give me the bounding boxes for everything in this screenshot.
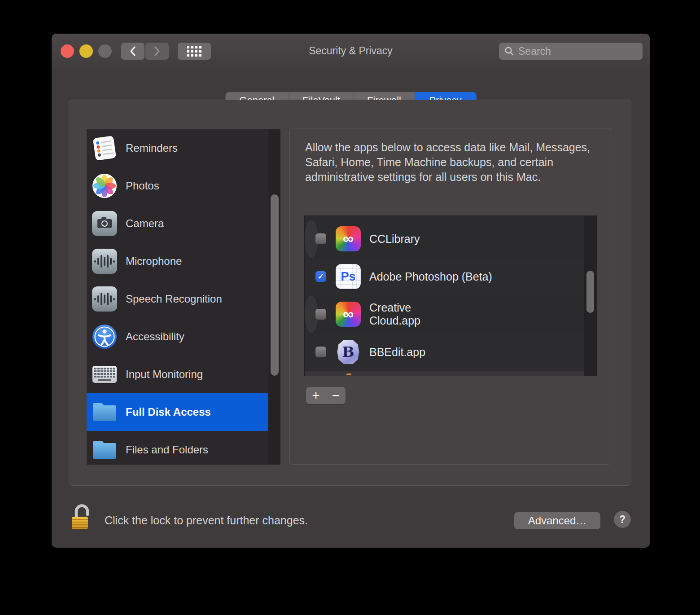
advanced-button[interactable]: Advanced… [514, 512, 600, 529]
sidebar-item-files-and-folders[interactable]: Files and Folders [87, 431, 268, 465]
sidebar-item-photos[interactable]: Photos [87, 167, 268, 205]
folder-icon [92, 437, 117, 462]
sidebar-item-camera[interactable]: Camera [87, 205, 268, 242]
speech-recognition-icon [92, 286, 117, 312]
app-list-scrollbar-thumb[interactable] [586, 271, 594, 313]
help-button[interactable]: ? [614, 511, 631, 528]
checkbox-creative-cloud[interactable] [315, 309, 326, 320]
sidebar-rows: Reminders [87, 129, 268, 465]
sidebar-item-label: Photos [126, 180, 159, 192]
checkbox-photoshop-beta[interactable]: ✓ [315, 271, 326, 282]
sidebar-item-label: Files and Folders [126, 444, 208, 456]
folder-icon [92, 400, 117, 425]
chevron-left-icon [129, 46, 136, 57]
bbedit-glyph: B [342, 343, 354, 360]
app-name: Creative Cloud.app [369, 301, 420, 327]
photoshop-icon: Ps [336, 264, 361, 289]
grid-icon [187, 46, 201, 57]
forward-button[interactable] [145, 43, 169, 60]
check-icon: ✓ [317, 272, 324, 281]
cc-logo-glyph: ∞ [343, 231, 354, 246]
sidebar-item-label: Accessibility [126, 330, 184, 343]
cc-logo-glyph: ∞ [343, 306, 354, 321]
creative-cloud-icon: ∞ [336, 226, 361, 251]
search-input[interactable]: Search [499, 43, 643, 60]
photos-icon [92, 173, 117, 198]
app-row-cclibrary: ∞ CCLibrary [305, 220, 318, 258]
full-disk-access-panel: Allow the apps below to access data like… [289, 128, 611, 465]
sidebar-item-label: Camera [126, 217, 164, 230]
app-row-creative-cloud: ∞ Creative Cloud.app [305, 295, 318, 333]
app-row-photoshop-beta: ✓ Ps Adobe Photoshop (Beta) [305, 258, 584, 295]
unlocked-padlock-icon [68, 502, 96, 532]
traffic-lights [61, 44, 112, 58]
checkbox-cclibrary[interactable] [315, 233, 326, 244]
creative-cloud-icon: ∞ [336, 302, 361, 327]
keyboard-icon [92, 362, 117, 387]
privacy-category-list: Reminders [87, 129, 280, 465]
sidebar-item-label: Reminders [126, 142, 178, 154]
search-icon [504, 46, 514, 56]
partial-app-icon [346, 373, 351, 375]
sidebar-item-label: Full Disk Access [126, 406, 211, 418]
chevron-right-icon [153, 46, 161, 57]
show-all-button[interactable] [178, 43, 211, 60]
bbedit-icon: B [336, 339, 361, 365]
app-row-bbedit: B BBEdit.app [305, 333, 584, 371]
sidebar-item-reminders[interactable]: Reminders [87, 129, 268, 167]
sidebar-item-full-disk-access[interactable]: Full Disk Access [87, 393, 268, 431]
security-privacy-window: Security & Privacy [52, 34, 650, 548]
accessibility-icon [92, 324, 117, 349]
sidebar-item-accessibility[interactable]: Accessibility [87, 318, 268, 356]
sidebar-item-label: Input Monitoring [126, 368, 203, 381]
sidebar-item-microphone[interactable]: Microphone [87, 242, 268, 280]
close-button[interactable] [61, 44, 74, 58]
sidebar-scrollbar-track[interactable] [268, 129, 280, 465]
ps-glyph: Ps [341, 270, 355, 284]
sidebar-scrollbar-thumb[interactable] [271, 194, 279, 376]
app-name: Adobe Photoshop (Beta) [369, 270, 492, 283]
app-name: CCLibrary [369, 233, 420, 246]
lock-button[interactable] [68, 502, 96, 532]
camera-icon [92, 211, 117, 236]
zoom-button[interactable] [98, 44, 112, 58]
checkbox-bbedit[interactable] [315, 347, 326, 357]
microphone-icon [92, 249, 117, 274]
remove-app-button[interactable]: − [326, 387, 346, 404]
app-rows: ∞ CCLibrary ✓ Ps Adobe Photoshop (Beta) [305, 220, 584, 371]
search-placeholder: Search [518, 45, 551, 57]
app-list-scrollbar-track[interactable] [584, 216, 596, 376]
app-name: BBEdit.app [369, 346, 425, 359]
sidebar-item-label: Speech Recognition [126, 293, 222, 305]
app-list: ∞ CCLibrary ✓ Ps Adobe Photoshop (Beta) [304, 215, 597, 376]
title-bar: Security & Privacy [52, 34, 650, 68]
back-button[interactable] [121, 43, 144, 60]
panel-description: Allow the apps below to access data like… [305, 140, 599, 184]
lock-hint-text: Click the lock to prevent further change… [105, 514, 308, 527]
sidebar-item-speech-recognition[interactable]: Speech Recognition [87, 280, 268, 318]
sidebar-item-label: Microphone [126, 255, 182, 268]
add-app-button[interactable]: + [306, 387, 326, 404]
nav-buttons [121, 43, 169, 60]
privacy-pane: Reminders [69, 100, 631, 486]
sidebar-item-input-monitoring[interactable]: Input Monitoring [87, 356, 268, 393]
reminders-icon [92, 136, 117, 161]
minimize-button[interactable] [79, 44, 93, 58]
partial-next-row [305, 371, 584, 376]
add-remove-buttons: + − [306, 387, 346, 404]
